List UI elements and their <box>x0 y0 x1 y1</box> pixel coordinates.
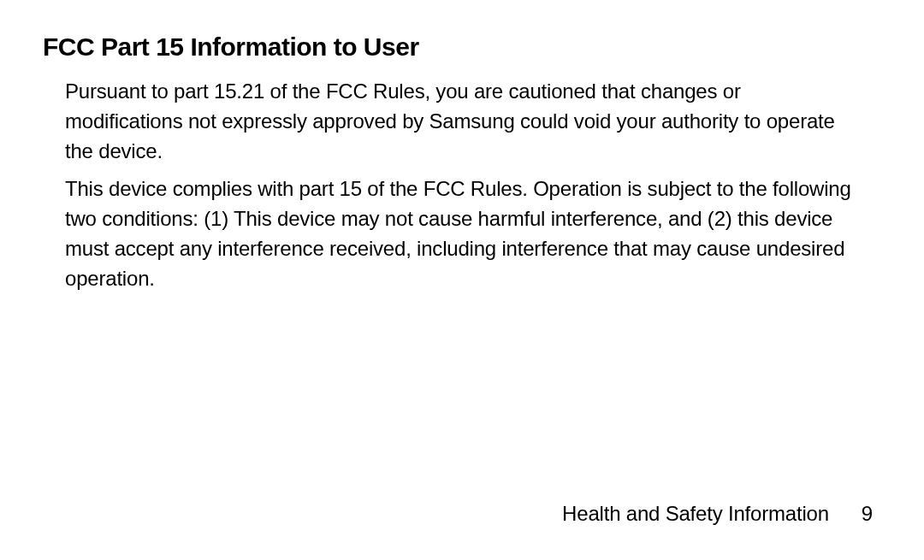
page-footer: Health and Safety Information 9 <box>562 502 873 526</box>
page-number: 9 <box>862 502 873 526</box>
paragraph-2: This device complies with part 15 of the… <box>65 174 856 293</box>
paragraph-1: Pursuant to part 15.21 of the FCC Rules,… <box>65 77 856 166</box>
body-content: Pursuant to part 15.21 of the FCC Rules,… <box>43 77 881 294</box>
footer-label: Health and Safety Information <box>562 502 829 526</box>
section-heading: FCC Part 15 Information to User <box>43 32 881 62</box>
